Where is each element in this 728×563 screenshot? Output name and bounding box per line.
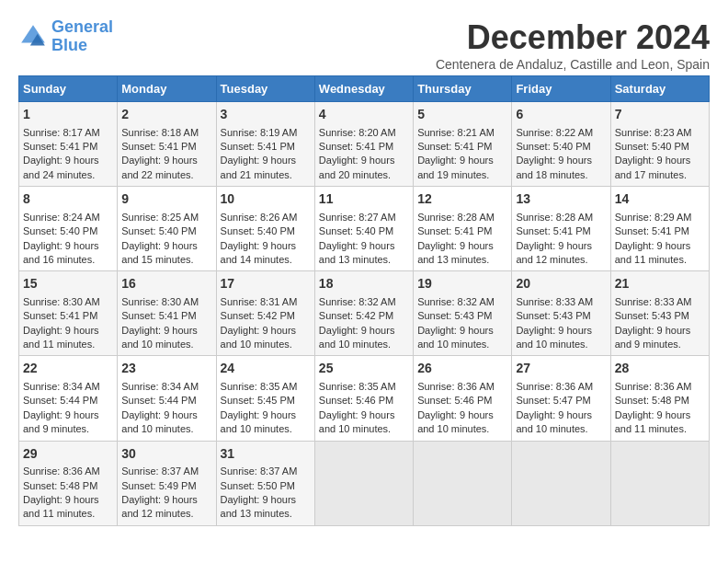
day-number: 24: [221, 360, 311, 378]
day-info: Sunrise: 8:21 AMSunset: 5:41 PMDaylight:…: [417, 127, 495, 180]
day-number: 27: [516, 360, 606, 378]
day-number: 30: [121, 445, 211, 464]
calendar-cell: 3Sunrise: 8:19 AMSunset: 5:41 PMDaylight…: [216, 102, 314, 187]
calendar-cell: 24Sunrise: 8:35 AMSunset: 5:45 PMDayligh…: [216, 356, 314, 441]
day-info: Sunrise: 8:22 AMSunset: 5:40 PMDaylight:…: [516, 127, 593, 180]
day-info: Sunrise: 8:25 AMSunset: 5:40 PMDaylight:…: [121, 212, 199, 265]
day-info: Sunrise: 8:36 AMSunset: 5:47 PMDaylight:…: [516, 381, 593, 434]
calendar-cell: 25Sunrise: 8:35 AMSunset: 5:46 PMDayligh…: [314, 356, 413, 441]
col-friday: Friday: [512, 76, 610, 102]
logo: General Blue: [18, 18, 113, 55]
day-info: Sunrise: 8:24 AMSunset: 5:40 PMDaylight:…: [23, 212, 100, 265]
day-number: 15: [23, 275, 113, 293]
calendar-cell: 14Sunrise: 8:29 AMSunset: 5:41 PMDayligh…: [610, 187, 709, 271]
day-number: 9: [121, 190, 211, 209]
logo-text: General Blue: [51, 18, 113, 55]
day-number: 22: [23, 360, 113, 378]
day-info: Sunrise: 8:20 AMSunset: 5:41 PMDaylight:…: [319, 127, 396, 180]
calendar-cell: 31Sunrise: 8:37 AMSunset: 5:50 PMDayligh…: [216, 441, 314, 525]
day-info: Sunrise: 8:18 AMSunset: 5:41 PMDaylight:…: [121, 127, 199, 180]
day-info: Sunrise: 8:37 AMSunset: 5:49 PMDaylight:…: [121, 465, 199, 519]
day-info: Sunrise: 8:26 AMSunset: 5:40 PMDaylight:…: [221, 212, 298, 265]
calendar-cell: 29Sunrise: 8:36 AMSunset: 5:48 PMDayligh…: [19, 441, 118, 525]
day-number: 18: [319, 275, 409, 293]
day-number: 2: [121, 106, 211, 124]
title-block: December 2024 Centenera de Andaluz, Cast…: [436, 18, 710, 72]
day-number: 13: [516, 190, 606, 209]
day-info: Sunrise: 8:31 AMSunset: 5:42 PMDaylight:…: [221, 296, 298, 350]
day-number: 23: [121, 360, 211, 378]
day-info: Sunrise: 8:34 AMSunset: 5:44 PMDaylight:…: [23, 381, 100, 434]
day-info: Sunrise: 8:28 AMSunset: 5:41 PMDaylight:…: [516, 212, 593, 265]
day-number: 8: [23, 190, 113, 209]
calendar-cell: 30Sunrise: 8:37 AMSunset: 5:49 PMDayligh…: [118, 441, 216, 525]
day-info: Sunrise: 8:32 AMSunset: 5:42 PMDaylight:…: [319, 296, 396, 350]
calendar-cell: 4Sunrise: 8:20 AMSunset: 5:41 PMDaylight…: [314, 102, 413, 187]
calendar-table: Sunday Monday Tuesday Wednesday Thursday…: [18, 75, 710, 526]
day-info: Sunrise: 8:30 AMSunset: 5:41 PMDaylight:…: [121, 296, 199, 350]
calendar-week-row: 1Sunrise: 8:17 AMSunset: 5:41 PMDaylight…: [19, 102, 710, 187]
day-info: Sunrise: 8:29 AMSunset: 5:41 PMDaylight:…: [615, 212, 692, 265]
calendar-cell: [610, 441, 709, 525]
day-number: 5: [417, 106, 507, 124]
calendar-cell: 13Sunrise: 8:28 AMSunset: 5:41 PMDayligh…: [512, 187, 610, 271]
day-info: Sunrise: 8:28 AMSunset: 5:41 PMDaylight:…: [417, 212, 495, 265]
calendar-cell: 10Sunrise: 8:26 AMSunset: 5:40 PMDayligh…: [216, 187, 314, 271]
calendar-cell: 18Sunrise: 8:32 AMSunset: 5:42 PMDayligh…: [314, 271, 413, 356]
day-number: 29: [23, 445, 113, 464]
day-number: 31: [221, 445, 311, 464]
day-number: 6: [516, 106, 606, 124]
day-info: Sunrise: 8:32 AMSunset: 5:43 PMDaylight:…: [417, 296, 495, 350]
day-number: 26: [417, 360, 507, 378]
day-number: 1: [23, 106, 113, 124]
day-number: 10: [221, 190, 311, 209]
day-number: 20: [516, 275, 606, 293]
calendar-week-row: 8Sunrise: 8:24 AMSunset: 5:40 PMDaylight…: [19, 187, 710, 271]
calendar-cell: 21Sunrise: 8:33 AMSunset: 5:43 PMDayligh…: [610, 271, 709, 356]
day-number: 28: [615, 360, 705, 378]
day-number: 21: [615, 275, 705, 293]
day-info: Sunrise: 8:30 AMSunset: 5:41 PMDaylight:…: [23, 296, 100, 350]
calendar-cell: [414, 441, 512, 525]
day-info: Sunrise: 8:34 AMSunset: 5:44 PMDaylight:…: [121, 381, 199, 434]
calendar-week-row: 22Sunrise: 8:34 AMSunset: 5:44 PMDayligh…: [19, 356, 710, 441]
day-info: Sunrise: 8:33 AMSunset: 5:43 PMDaylight:…: [615, 296, 692, 350]
calendar-cell: 8Sunrise: 8:24 AMSunset: 5:40 PMDaylight…: [19, 187, 118, 271]
calendar-cell: 23Sunrise: 8:34 AMSunset: 5:44 PMDayligh…: [118, 356, 216, 441]
day-info: Sunrise: 8:17 AMSunset: 5:41 PMDaylight:…: [23, 127, 100, 180]
day-number: 17: [221, 275, 311, 293]
calendar-cell: 22Sunrise: 8:34 AMSunset: 5:44 PMDayligh…: [19, 356, 118, 441]
day-info: Sunrise: 8:33 AMSunset: 5:43 PMDaylight:…: [516, 296, 593, 350]
calendar-cell: 16Sunrise: 8:30 AMSunset: 5:41 PMDayligh…: [118, 271, 216, 356]
col-monday: Monday: [118, 76, 216, 102]
logo-icon: [18, 22, 48, 52]
day-info: Sunrise: 8:36 AMSunset: 5:48 PMDaylight:…: [23, 465, 100, 519]
day-info: Sunrise: 8:36 AMSunset: 5:48 PMDaylight:…: [615, 381, 692, 434]
day-number: 12: [417, 190, 507, 209]
day-info: Sunrise: 8:35 AMSunset: 5:45 PMDaylight:…: [221, 381, 298, 434]
day-info: Sunrise: 8:23 AMSunset: 5:40 PMDaylight:…: [615, 127, 692, 180]
calendar-cell: [512, 441, 610, 525]
day-number: 25: [319, 360, 409, 378]
calendar-cell: 27Sunrise: 8:36 AMSunset: 5:47 PMDayligh…: [512, 356, 610, 441]
page-header: General Blue December 2024 Centenera de …: [18, 18, 710, 72]
day-info: Sunrise: 8:36 AMSunset: 5:46 PMDaylight:…: [417, 381, 495, 434]
day-info: Sunrise: 8:35 AMSunset: 5:46 PMDaylight:…: [319, 381, 396, 434]
col-thursday: Thursday: [414, 76, 512, 102]
day-number: 16: [121, 275, 211, 293]
header-row: Sunday Monday Tuesday Wednesday Thursday…: [19, 76, 710, 102]
calendar-cell: 20Sunrise: 8:33 AMSunset: 5:43 PMDayligh…: [512, 271, 610, 356]
col-tuesday: Tuesday: [216, 76, 314, 102]
logo-line1: General: [51, 17, 113, 36]
day-number: 14: [615, 190, 705, 209]
calendar-cell: 11Sunrise: 8:27 AMSunset: 5:40 PMDayligh…: [314, 187, 413, 271]
calendar-cell: 1Sunrise: 8:17 AMSunset: 5:41 PMDaylight…: [19, 102, 118, 187]
calendar-cell: 17Sunrise: 8:31 AMSunset: 5:42 PMDayligh…: [216, 271, 314, 356]
month-title: December 2024: [436, 18, 710, 57]
day-number: 4: [319, 106, 409, 124]
day-info: Sunrise: 8:27 AMSunset: 5:40 PMDaylight:…: [319, 212, 396, 265]
calendar-cell: [314, 441, 413, 525]
logo-line2: Blue: [51, 36, 87, 54]
day-info: Sunrise: 8:19 AMSunset: 5:41 PMDaylight:…: [221, 127, 298, 180]
location-title: Centenera de Andaluz, Castille and Leon,…: [436, 57, 710, 72]
